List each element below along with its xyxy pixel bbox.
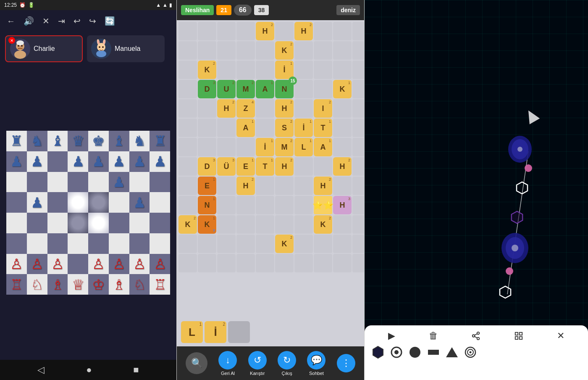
chess-cell-0-1[interactable]: ♞ — [27, 131, 47, 151]
chess-cell-2-4[interactable] — [88, 172, 109, 193]
chess-cell-6-0[interactable]: ♙ — [6, 254, 27, 274]
chess-cell-7-5[interactable]: ♗ — [109, 274, 129, 295]
chess-cell-5-5[interactable] — [109, 233, 129, 254]
chess-cell-7-3[interactable]: ♕ — [68, 274, 88, 295]
chess-cell-4-2[interactable] — [47, 213, 68, 233]
karistir-button[interactable]: ↺ Karıştır — [248, 351, 267, 376]
chess-cell-3-2[interactable] — [47, 192, 68, 213]
redo-button[interactable]: ↪ — [89, 16, 96, 26]
chess-cell-2-2[interactable] — [47, 172, 68, 193]
chess-cell-6-1[interactable]: ♙ — [27, 254, 47, 274]
chess-cell-1-4[interactable]: ♟ — [88, 151, 109, 172]
target-circle-button[interactable] — [464, 346, 477, 359]
chess-board[interactable]: ♜♞♝♛♚♝♞♜♟♟♟♟♟♟♟♟♟♟♙♙♙♙♙♙♙♖♘♗♕♔♗♘♖ — [6, 131, 170, 295]
chess-cell-0-0[interactable]: ♜ — [6, 131, 27, 151]
hexagon-shape-button[interactable] — [371, 346, 385, 359]
triangle-button[interactable] — [445, 346, 459, 359]
chess-cell-3-7[interactable] — [150, 192, 170, 213]
chess-cell-4-4[interactable] — [88, 213, 109, 233]
chess-cell-7-6[interactable]: ♘ — [129, 274, 150, 295]
chess-cell-3-4[interactable] — [88, 192, 109, 213]
chess-cell-7-4[interactable]: ♔ — [88, 274, 109, 295]
chess-cell-1-5[interactable]: ♟ — [109, 151, 129, 172]
chess-cell-1-0[interactable]: ♟ — [6, 151, 27, 172]
undo-button[interactable]: ↩ — [74, 16, 81, 26]
grid-button[interactable] — [514, 331, 523, 340]
chess-cell-5-6[interactable] — [129, 233, 150, 254]
nav-square-button[interactable]: ■ — [133, 364, 139, 375]
share-button[interactable] — [471, 331, 480, 340]
geri-al-button[interactable]: ↓ Geri Al — [218, 351, 237, 376]
dot-grid-canvas[interactable] — [365, 0, 588, 325]
chess-cell-3-5[interactable] — [109, 192, 129, 213]
player1-card[interactable]: ✕ Charlie — [5, 35, 83, 62]
nav-back-button[interactable]: ◁ — [37, 364, 45, 375]
chess-cell-2-7[interactable] — [150, 172, 170, 193]
circle-ring-button[interactable] — [390, 346, 403, 359]
rack-tile-1[interactable]: L1 — [181, 321, 203, 343]
back-button[interactable]: ← — [7, 16, 15, 26]
rack-tile-2[interactable]: İ2 — [205, 321, 226, 343]
chess-cell-2-0[interactable] — [6, 172, 27, 193]
chess-cell-1-3[interactable]: ♟ — [68, 151, 88, 172]
close-panel-button[interactable]: ✕ — [557, 330, 564, 341]
chess-cell-5-2[interactable] — [47, 233, 68, 254]
chess-cell-6-2[interactable]: ♙ — [47, 254, 68, 274]
refresh-button[interactable]: 🔄 — [105, 16, 115, 26]
chess-cell-4-1[interactable] — [27, 213, 47, 233]
chess-cell-1-6[interactable]: ♟ — [129, 151, 150, 172]
chess-cell-7-1[interactable]: ♘ — [27, 274, 47, 295]
chess-cell-3-0[interactable] — [6, 192, 27, 213]
chess-cell-6-3[interactable] — [68, 254, 88, 274]
chess-cell-3-6[interactable]: ♟ — [129, 192, 150, 213]
sohbet-button[interactable]: 💬 Sohbet — [307, 351, 326, 376]
chess-cell-1-2[interactable] — [47, 151, 68, 172]
chess-cell-6-4[interactable]: ♙ — [88, 254, 109, 274]
chess-cell-6-7[interactable]: ♙ — [150, 254, 170, 274]
chess-cell-7-2[interactable]: ♗ — [47, 274, 68, 295]
circle-filled-button[interactable] — [408, 346, 422, 359]
chess-cell-0-4[interactable]: ♚ — [88, 131, 109, 151]
chess-cell-5-4[interactable] — [88, 233, 109, 254]
export-button[interactable]: ⇥ — [58, 16, 65, 26]
chess-cell-6-6[interactable]: ♙ — [129, 254, 150, 274]
chess-cell-1-1[interactable]: ♟ — [27, 151, 47, 172]
chess-cell-5-0[interactable] — [6, 233, 27, 254]
rectangle-button[interactable] — [427, 346, 440, 359]
sound-button[interactable]: 🔊 — [24, 16, 34, 26]
chess-cell-4-3[interactable] — [68, 213, 88, 233]
chess-cell-5-3[interactable] — [68, 233, 88, 254]
chess-cell-2-6[interactable] — [129, 172, 150, 193]
cikis-button[interactable]: ↻ Çıkış — [278, 351, 296, 376]
close-button[interactable]: ✕ — [42, 16, 50, 26]
dots-panel-row2 — [371, 346, 581, 359]
chess-cell-5-7[interactable] — [150, 233, 170, 254]
search-action-button[interactable]: 🔍 — [186, 352, 207, 374]
chess-cell-5-1[interactable] — [27, 233, 47, 254]
word-board-area[interactable]: H2 H2 K2 K2 İ1 D3 U2 M2 A1 N115 K1 — [177, 20, 364, 318]
chess-cell-0-2[interactable]: ♝ — [47, 131, 68, 151]
chess-cell-2-5[interactable]: ♟ — [109, 172, 129, 193]
player2-card[interactable]: Manuela — [87, 35, 165, 62]
chess-cell-1-7[interactable]: ♟ — [150, 151, 170, 172]
chess-cell-0-7[interactable]: ♜ — [150, 131, 170, 151]
chess-cell-3-1[interactable]: ♟ — [27, 192, 47, 213]
play-button[interactable]: ▶ — [388, 330, 395, 341]
chess-cell-7-0[interactable]: ♖ — [6, 274, 27, 295]
chess-cell-2-1[interactable] — [27, 172, 47, 193]
chess-cell-6-5[interactable]: ♙ — [109, 254, 129, 274]
chess-cell-0-6[interactable]: ♞ — [129, 131, 150, 151]
chess-cell-7-7[interactable]: ♖ — [150, 274, 170, 295]
chess-cell-0-5[interactable]: ♝ — [109, 131, 129, 151]
chess-cell-3-3[interactable] — [68, 192, 88, 213]
rack-tile-3[interactable] — [228, 321, 250, 343]
chess-cell-0-3[interactable]: ♛ — [68, 131, 88, 151]
chess-cell-4-0[interactable] — [6, 213, 27, 233]
chess-cell-4-6[interactable] — [129, 213, 150, 233]
chess-cell-4-7[interactable] — [150, 213, 170, 233]
nav-home-button[interactable]: ● — [86, 364, 92, 375]
chess-cell-2-3[interactable] — [68, 172, 88, 193]
delete-button[interactable]: 🗑 — [429, 330, 438, 341]
more-button[interactable]: ⋮ — [337, 354, 355, 372]
chess-cell-4-5[interactable] — [109, 213, 129, 233]
